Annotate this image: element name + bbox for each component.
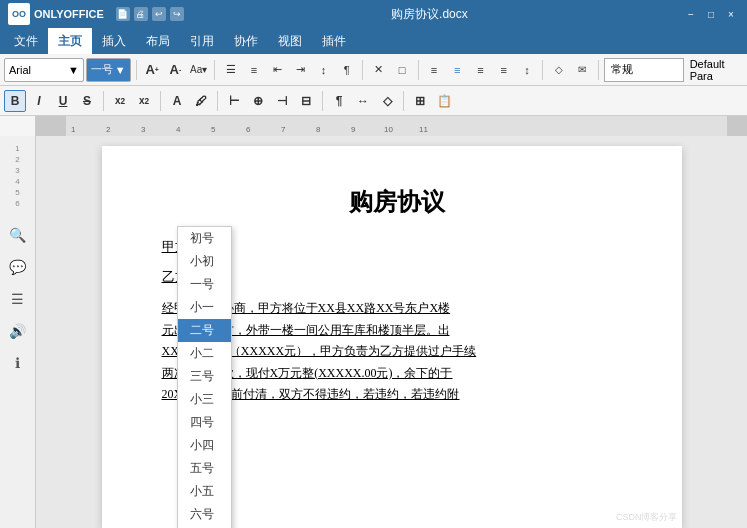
font-size-value: 一号 — [91, 62, 113, 77]
line-spacing-button[interactable]: ↕ — [516, 58, 537, 82]
document-heading: 购房协议 — [162, 186, 632, 218]
align-center-btn2[interactable]: ⊕ — [247, 90, 269, 112]
highlight-button[interactable]: ◇ — [548, 58, 569, 82]
menu-plugins[interactable]: 插件 — [312, 28, 356, 54]
app-name: ONLYOFFICE — [34, 8, 104, 20]
superscript-button[interactable]: x2 — [133, 90, 155, 112]
size-item-xiaosihao[interactable]: 小四 — [178, 434, 231, 457]
copy-style-button[interactable]: □ — [391, 58, 412, 82]
separator3 — [362, 60, 363, 80]
menu-insert[interactable]: 插入 — [92, 28, 136, 54]
strikethrough-button[interactable]: S — [76, 90, 98, 112]
list-ordered-button[interactable]: ≡ — [243, 58, 264, 82]
info-sidebar-button[interactable]: ℹ — [5, 350, 31, 376]
decrease-font-button[interactable]: A- — [165, 58, 186, 82]
size-item-wuhao[interactable]: 五号 — [178, 457, 231, 480]
size-item-sanhao[interactable]: 三号 — [178, 365, 231, 388]
undo-icon[interactable]: ↩ — [152, 7, 166, 21]
menu-collaborate[interactable]: 协作 — [224, 28, 268, 54]
app-logo: OO ONLYOFFICE — [8, 3, 104, 25]
separator2 — [214, 60, 215, 80]
logo-icon: OO — [8, 3, 30, 25]
default-para-label: Default Para — [690, 58, 743, 82]
ruler-container: 1 2 3 4 5 6 7 8 9 10 11 — [0, 116, 747, 136]
subscript-button[interactable]: x2 — [109, 90, 131, 112]
size-item-xiaoerhao[interactable]: 小二 — [178, 342, 231, 365]
menu-view[interactable]: 视图 — [268, 28, 312, 54]
font-name-value: Arial — [9, 64, 31, 76]
diamond-button[interactable]: ◇ — [376, 90, 398, 112]
mail-merge-button[interactable]: ✉ — [572, 58, 593, 82]
align-justify-btn2[interactable]: ⊟ — [295, 90, 317, 112]
highlight-color-button[interactable]: 🖊 — [190, 90, 212, 112]
print-icon[interactable]: 🖨 — [134, 7, 148, 21]
size-item-xiaosanhao[interactable]: 小三 — [178, 388, 231, 411]
paste-special-button[interactable]: 📋 — [433, 90, 455, 112]
ruler-corner — [0, 116, 36, 136]
align-left-btn2[interactable]: ⊢ — [223, 90, 245, 112]
font-size-dropdown: 初号 小初 一号 小一 二号 小二 三号 小三 四号 小四 五号 小五 六号 小… — [177, 226, 232, 528]
case-button[interactable]: Aa▾ — [188, 58, 209, 82]
window-controls: − □ × — [683, 6, 739, 22]
size-item-erhao[interactable]: 二号 — [178, 319, 231, 342]
size-item-liuhao[interactable]: 六号 — [178, 503, 231, 526]
separator6 — [598, 60, 599, 80]
paragraph-spacing-button[interactable]: ¶ — [328, 90, 350, 112]
indent-increase-button[interactable]: ⇥ — [290, 58, 311, 82]
underline-button[interactable]: U — [52, 90, 74, 112]
size-item-xiaochuhao[interactable]: 小初 — [178, 250, 231, 273]
sidebar: 123456 🔍 💬 ☰ 🔊 ℹ — [0, 136, 36, 528]
paragraph-mark-button[interactable]: ¶ — [336, 58, 357, 82]
align-right-btn2[interactable]: ⊣ — [271, 90, 293, 112]
minimize-button[interactable]: − — [683, 6, 699, 22]
comment-sidebar-button[interactable]: 💬 — [5, 254, 31, 280]
title-bar: OO ONLYOFFICE 📄 🖨 ↩ ↪ 购房协议.docx − □ × — [0, 0, 747, 28]
search-sidebar-button[interactable]: 🔍 — [5, 222, 31, 248]
size-item-yihao[interactable]: 一号 — [178, 273, 231, 296]
font-name-arrow: ▼ — [68, 64, 79, 76]
align-right-button[interactable]: ≡ — [470, 58, 491, 82]
insert-special-button[interactable]: ⊞ — [409, 90, 431, 112]
redo-icon[interactable]: ↪ — [170, 7, 184, 21]
font-size-selector[interactable]: 一号 ▼ — [86, 58, 131, 82]
style-value: 常规 — [611, 62, 633, 77]
document-area: 初号 小初 一号 小一 二号 小二 三号 小三 四号 小四 五号 小五 六号 小… — [36, 136, 747, 528]
close-button[interactable]: × — [723, 6, 739, 22]
nav-sidebar-button[interactable]: ☰ — [5, 286, 31, 312]
doc-icon[interactable]: 📄 — [116, 7, 130, 21]
arrows-button[interactable]: ↔ — [352, 90, 374, 112]
size-item-xiaoyihao[interactable]: 小一 — [178, 296, 231, 319]
audio-sidebar-button[interactable]: 🔊 — [5, 318, 31, 344]
party-b-line: 乙方： — [162, 268, 632, 286]
separator4 — [418, 60, 419, 80]
list-unordered-button[interactable]: ☰ — [220, 58, 241, 82]
size-item-xiaowuhao[interactable]: 小五 — [178, 480, 231, 503]
menu-layout[interactable]: 布局 — [136, 28, 180, 54]
toolbar-row1: Arial ▼ 一号 ▼ A+ A- Aa▾ ☰ ≡ ⇤ ⇥ ↕ ¶ ✕ □ ≡… — [0, 54, 747, 86]
separator9 — [217, 91, 218, 111]
size-item-chuhao[interactable]: 初号 — [178, 227, 231, 250]
maximize-button[interactable]: □ — [703, 6, 719, 22]
menu-home[interactable]: 主页 — [48, 28, 92, 54]
font-name-selector[interactable]: Arial ▼ — [4, 58, 84, 82]
bold-button[interactable]: B — [4, 90, 26, 112]
indent-decrease-button[interactable]: ⇤ — [267, 58, 288, 82]
separator7 — [103, 91, 104, 111]
align-justify-button[interactable]: ≡ — [493, 58, 514, 82]
menu-file[interactable]: 文件 — [4, 28, 48, 54]
sort-button[interactable]: ↕ — [313, 58, 334, 82]
font-color-button[interactable]: A — [166, 90, 188, 112]
watermark: CSDN博客分享 — [616, 511, 678, 524]
clear-format-button[interactable]: ✕ — [368, 58, 389, 82]
toolbar-row2: B I U S x2 x2 A 🖊 ⊢ ⊕ ⊣ ⊟ ¶ ↔ ◇ ⊞ 📋 — [0, 86, 747, 116]
menu-reference[interactable]: 引用 — [180, 28, 224, 54]
size-item-sihao[interactable]: 四号 — [178, 411, 231, 434]
align-center-button[interactable]: ≡ — [447, 58, 468, 82]
main-area: 123456 🔍 💬 ☰ 🔊 ℹ 初号 小初 一号 小一 二号 小二 三号 小三… — [0, 136, 747, 528]
separator11 — [403, 91, 404, 111]
increase-font-button[interactable]: A+ — [142, 58, 163, 82]
style-selector[interactable]: 常规 — [604, 58, 684, 82]
horizontal-ruler: 1 2 3 4 5 6 7 8 9 10 11 — [36, 116, 747, 136]
italic-button[interactable]: I — [28, 90, 50, 112]
align-left-button[interactable]: ≡ — [423, 58, 444, 82]
